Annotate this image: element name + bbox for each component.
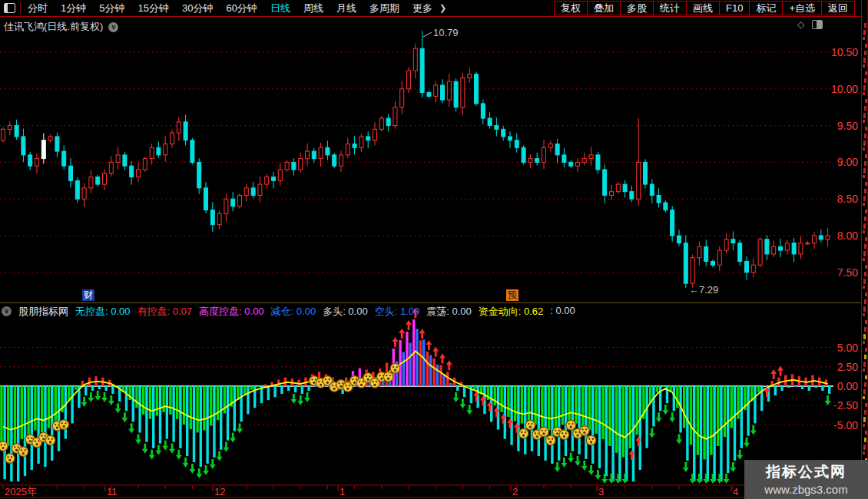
toolbar-button-叠加[interactable]: 叠加 <box>588 1 621 15</box>
svg-text:-5.00: -5.00 <box>833 419 858 431</box>
svg-text:2025年: 2025年 <box>5 486 37 497</box>
period-tab-周线[interactable]: 周线 <box>303 2 323 15</box>
svg-text:12: 12 <box>214 486 225 497</box>
svg-text:0.00: 0.00 <box>837 380 858 392</box>
indicator-field-6: 空头: 1.00 <box>375 305 420 319</box>
forecast-badge-yu[interactable]: 预 <box>506 289 518 301</box>
watermark-site-name: 指标公式网 <box>744 462 868 482</box>
indicator-field-9: : 0.00 <box>550 305 575 319</box>
watermark-url: www.zbgs3.com <box>744 483 868 496</box>
toolbar-button-统计[interactable]: 统计 <box>654 1 687 15</box>
period-tab-分时[interactable]: 分时 <box>28 2 48 15</box>
svg-text:8.00: 8.00 <box>837 230 858 242</box>
indicator-field-3: 高度控盘: 0.00 <box>199 305 264 319</box>
svg-text:-2.50: -2.50 <box>833 399 858 411</box>
toolbar-button-返回[interactable]: 返回 <box>822 1 855 15</box>
toolbar-button-F10[interactable]: F10 <box>720 1 750 15</box>
svg-text:3: 3 <box>598 486 604 497</box>
svg-text:9.00: 9.00 <box>837 156 858 168</box>
indicator-header: ∨ 股朋指标网无控盘: 0.00有控盘: 0.07高度控盘: 0.00减仓: 0… <box>2 306 575 317</box>
toolbar-divider <box>20 2 21 14</box>
app-window: 10.5010.009.509.008.508.007.505.002.500.… <box>0 0 868 499</box>
indicator-field-8: 资金动向: 0.62 <box>479 305 544 319</box>
news-badge-cai[interactable]: 财 <box>82 289 94 301</box>
toolbar-buttons: 复权叠加多股统计画线F10标记+自选返回 <box>554 1 855 15</box>
split-window-icon[interactable] <box>812 20 823 29</box>
indicator-field-1: 无控盘: 0.00 <box>75 305 131 319</box>
period-tab-日线[interactable]: 日线 <box>270 2 290 15</box>
top-toolbar: 分时1分钟5分钟15分钟30分钟60分钟日线周线月线多周期更多❯ 复权叠加多股统… <box>0 0 861 17</box>
period-tab-5分钟[interactable]: 5分钟 <box>99 2 124 15</box>
layout-pane-icon[interactable] <box>4 3 15 13</box>
svg-text:1: 1 <box>340 486 345 497</box>
svg-text:←7.29: ←7.29 <box>689 284 718 296</box>
watermark: 指标公式网 www.zbgs3.com <box>744 460 868 499</box>
diamond-icon[interactable]: ◇ <box>797 19 804 30</box>
indicator-fields: 股朋指标网无控盘: 0.00有控盘: 0.07高度控盘: 0.00减仓: 0.0… <box>18 305 575 319</box>
chart-titlebar: 佳讯飞鸿(日线.前复权) ∨ <box>4 20 118 34</box>
period-tab-1分钟[interactable]: 1分钟 <box>61 2 86 15</box>
titlebar-icons: ◇ <box>797 19 823 30</box>
period-tabs: 分时1分钟5分钟15分钟30分钟60分钟日线周线月线多周期更多❯ <box>28 2 446 15</box>
svg-text:5.00: 5.00 <box>837 342 858 354</box>
indicator-field-2: 有控盘: 0.07 <box>137 305 193 319</box>
period-tab-15分钟[interactable]: 15分钟 <box>137 2 168 15</box>
indicator-field-0: 股朋指标网 <box>18 305 68 319</box>
indicator-chevron-icon[interactable]: ∨ <box>2 306 12 316</box>
svg-text:8.50: 8.50 <box>837 193 858 205</box>
right-split-divider[interactable] <box>861 0 862 499</box>
svg-text:4: 4 <box>733 486 738 497</box>
period-tab-多周期[interactable]: 多周期 <box>369 2 399 15</box>
indicator-field-7: 震荡: 0.00 <box>426 305 472 319</box>
svg-text:9.50: 9.50 <box>837 120 858 132</box>
period-tab-30分钟[interactable]: 30分钟 <box>182 2 213 15</box>
svg-text:10.50: 10.50 <box>831 46 858 58</box>
toolbar-button-复权[interactable]: 复权 <box>554 1 588 15</box>
indicator-field-4: 减仓: 0.00 <box>271 305 316 319</box>
toolbar-button-标记[interactable]: 标记 <box>750 1 783 15</box>
toolbar-button-+自选[interactable]: +自选 <box>783 1 822 15</box>
period-tab-月线[interactable]: 月线 <box>336 2 356 15</box>
svg-text:2.50: 2.50 <box>837 361 858 373</box>
toolbar-button-多股[interactable]: 多股 <box>621 1 654 15</box>
svg-text:11: 11 <box>107 486 118 497</box>
svg-text:7.50: 7.50 <box>837 266 858 279</box>
period-tab-更多[interactable]: 更多 <box>412 2 432 15</box>
symbol-title: 佳讯飞鸿(日线.前复权) <box>4 20 103 34</box>
svg-text:10.79: 10.79 <box>433 27 459 38</box>
more-arrow-icon[interactable]: ❯ <box>439 3 446 13</box>
svg-text:2: 2 <box>512 486 518 497</box>
toolbar-button-画线[interactable]: 画线 <box>687 1 720 15</box>
panel-separator <box>0 302 861 303</box>
svg-text:10.00: 10.00 <box>831 83 858 95</box>
period-tab-60分钟[interactable]: 60分钟 <box>226 2 257 15</box>
main-chart-canvas[interactable]: 10.5010.009.509.008.508.007.505.002.500.… <box>0 0 868 499</box>
indicator-field-5: 多头: 0.00 <box>323 305 368 319</box>
chevron-down-icon[interactable]: ∨ <box>108 22 118 32</box>
